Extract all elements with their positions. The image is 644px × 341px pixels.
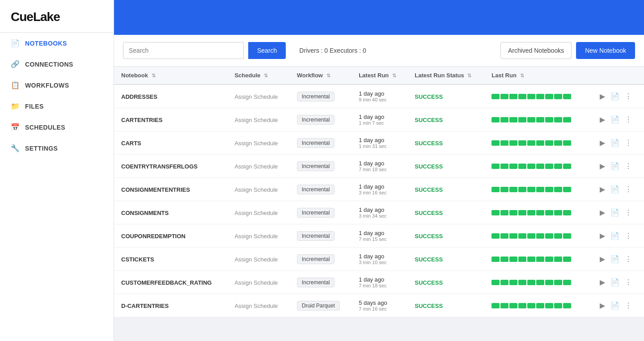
table-body: ADDRESSESAssign ScheduleIncremental1 day…	[114, 84, 644, 317]
run-bar-segment	[545, 257, 553, 262]
sidebar-item-notebooks[interactable]: 📄NOTEBOOKS	[0, 33, 114, 54]
sidebar: CueLake 📄NOTEBOOKS🔗CONNECTIONS📋WORKFLOWS…	[0, 0, 114, 341]
cell-schedule[interactable]: Assign Schedule	[227, 224, 289, 248]
more-icon[interactable]: ⋮	[624, 138, 633, 148]
run-icon[interactable]: ▶	[599, 277, 606, 287]
more-icon[interactable]: ⋮	[624, 184, 633, 194]
more-icon[interactable]: ⋮	[624, 231, 633, 241]
more-icon[interactable]: ⋮	[624, 300, 633, 311]
cell-schedule[interactable]: Assign Schedule	[227, 201, 289, 224]
run-bar-segment	[536, 280, 544, 285]
run-bar-segment	[545, 187, 553, 192]
cell-actions: ▶ 📄 ⋮	[592, 271, 644, 294]
cell-schedule[interactable]: Assign Schedule	[227, 108, 289, 131]
more-icon[interactable]: ⋮	[624, 254, 633, 264]
cell-schedule[interactable]: Assign Schedule	[227, 131, 289, 155]
logs-icon[interactable]: 📄	[610, 138, 620, 148]
run-bar-segment	[563, 117, 571, 122]
col-header-latest_run[interactable]: Latest Run ⇅	[352, 67, 407, 84]
run-bar-segment	[527, 257, 535, 262]
sidebar-item-files[interactable]: 📁FILES	[0, 96, 114, 117]
run-bar-container	[491, 187, 576, 192]
cell-schedule[interactable]: Assign Schedule	[227, 294, 289, 317]
top-bar	[114, 0, 644, 35]
run-icon[interactable]: ▶	[599, 114, 606, 125]
more-icon[interactable]: ⋮	[624, 91, 633, 101]
archived-notebooks-button[interactable]: Archived Notebooks	[500, 42, 572, 59]
connections-icon: 🔗	[11, 60, 20, 68]
cell-workflow: Incremental	[290, 155, 352, 178]
col-header-workflow[interactable]: Workflow ⇅	[290, 67, 352, 84]
run-bar-segment	[527, 303, 535, 308]
cell-schedule[interactable]: Assign Schedule	[227, 155, 289, 178]
run-icon[interactable]: ▶	[599, 300, 606, 311]
run-icon[interactable]: ▶	[599, 91, 606, 101]
run-bar-segment	[509, 164, 517, 169]
col-header-latest_run_status[interactable]: Latest Run Status ⇅	[407, 67, 484, 84]
cell-latest-run: 1 day ago9 min 40 sec	[352, 84, 407, 108]
sidebar-item-workflows[interactable]: 📋WORKFLOWS	[0, 75, 114, 96]
run-bar-segment	[554, 164, 562, 169]
run-bar-segment	[518, 233, 526, 239]
content-area: Search Drivers : 0 Executors : 0 Archive…	[114, 35, 644, 341]
new-notebook-button[interactable]: New Notebook	[576, 42, 635, 59]
cell-run-status: SUCCESS	[407, 108, 484, 131]
run-bar-segment	[527, 187, 535, 192]
run-icon[interactable]: ▶	[599, 231, 606, 241]
cell-schedule[interactable]: Assign Schedule	[227, 248, 289, 271]
more-icon[interactable]: ⋮	[624, 114, 633, 125]
run-bar-segment	[500, 94, 508, 99]
logs-icon[interactable]: 📄	[610, 231, 620, 241]
logs-icon[interactable]: 📄	[610, 184, 620, 194]
cell-schedule[interactable]: Assign Schedule	[227, 84, 289, 108]
sort-icon-notebook: ⇅	[152, 73, 156, 78]
settings-icon: 🔧	[11, 144, 20, 152]
cell-notebook-name: COENTRYTRANSFERLOGS	[114, 155, 227, 178]
logs-icon[interactable]: 📄	[610, 207, 620, 218]
col-header-notebook[interactable]: Notebook ⇅	[114, 67, 227, 84]
run-bar-segment	[518, 210, 526, 215]
run-bar-container	[491, 257, 576, 262]
run-icon[interactable]: ▶	[599, 207, 606, 218]
run-bar-segment	[500, 140, 508, 146]
search-input[interactable]	[123, 42, 244, 59]
col-header-schedule[interactable]: Schedule ⇅	[227, 67, 289, 84]
table-row: COENTRYTRANSFERLOGSAssign ScheduleIncrem…	[114, 155, 644, 178]
more-icon[interactable]: ⋮	[624, 207, 633, 218]
logs-icon[interactable]: 📄	[610, 91, 620, 101]
run-bar-segment	[509, 117, 517, 122]
notebooks-table-container: Notebook ⇅Schedule ⇅Workflow ⇅Latest Run…	[114, 67, 644, 317]
cell-schedule[interactable]: Assign Schedule	[227, 178, 289, 201]
run-bar-segment	[491, 280, 500, 285]
run-bar-segment	[563, 187, 571, 192]
run-icon[interactable]: ▶	[599, 184, 606, 194]
run-bar-segment	[509, 303, 517, 308]
run-icon[interactable]: ▶	[599, 254, 606, 264]
col-header-last_run[interactable]: Last Run ⇅	[484, 67, 592, 84]
logs-icon[interactable]: 📄	[610, 300, 620, 311]
sidebar-item-settings[interactable]: 🔧SETTINGS	[0, 138, 114, 159]
run-bar-segment	[509, 210, 517, 215]
cell-run-status: SUCCESS	[407, 84, 484, 108]
table-row: CARTENTRIESAssign ScheduleIncremental1 d…	[114, 108, 644, 131]
cell-run-status: SUCCESS	[407, 271, 484, 294]
cell-notebook-name: CARTENTRIES	[114, 108, 227, 131]
more-icon[interactable]: ⋮	[624, 277, 633, 287]
sidebar-item-connections[interactable]: 🔗CONNECTIONS	[0, 54, 114, 75]
run-icon[interactable]: ▶	[599, 161, 606, 171]
sidebar-item-schedules[interactable]: 📅SCHEDULES	[0, 117, 114, 138]
more-icon[interactable]: ⋮	[624, 161, 633, 171]
run-bar-segment	[518, 280, 526, 285]
cell-schedule[interactable]: Assign Schedule	[227, 271, 289, 294]
logs-icon[interactable]: 📄	[610, 161, 620, 171]
run-bar-segment	[536, 140, 544, 146]
run-bar-segment	[500, 164, 508, 169]
run-bar-container	[491, 303, 576, 308]
logs-icon[interactable]: 📄	[610, 114, 620, 125]
toolbar: Search Drivers : 0 Executors : 0 Archive…	[114, 35, 644, 67]
cell-workflow: Incremental	[290, 84, 352, 108]
run-icon[interactable]: ▶	[599, 138, 606, 148]
logs-icon[interactable]: 📄	[610, 277, 620, 287]
logs-icon[interactable]: 📄	[610, 254, 620, 264]
search-button[interactable]: Search	[248, 42, 286, 59]
